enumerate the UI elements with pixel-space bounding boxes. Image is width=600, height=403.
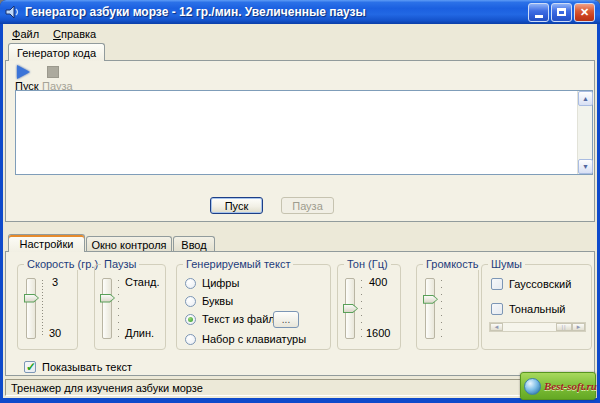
pauses-slider-thumb-face — [101, 295, 114, 302]
group-generated-text: Генерируемый текст Цифры Буквы Текст из … — [176, 264, 331, 350]
statusbar: Тренажер для изучения азбуки морзе — [3, 377, 597, 398]
group-tone: Тон (Гц) 400 1600 — [337, 264, 401, 350]
checkbox-show-text-label: Показывать текст — [42, 361, 132, 373]
vertical-scrollbar[interactable]: ▲ ▼ — [577, 91, 592, 174]
speed-slider-thumb[interactable] — [24, 294, 39, 303]
radio-keyboard-input-circle[interactable] — [185, 334, 196, 345]
arrow-right-icon: ► — [576, 324, 582, 330]
radio-text-from-file-circle[interactable] — [185, 314, 196, 325]
settings-tab-page: Скорость (гр.) 3 30 Паузы Станд. Длин. Г… — [5, 251, 595, 376]
scrollbar-thumb[interactable]: || — [556, 323, 572, 331]
group-speed: Скорость (гр.) 3 30 — [17, 264, 78, 350]
tone-slider-thumb[interactable] — [343, 304, 358, 313]
speed-slider-track[interactable] — [26, 278, 36, 339]
start-button[interactable]: Пуск — [210, 197, 263, 214]
radio-digits[interactable]: Цифры — [185, 277, 239, 289]
group-generated-text-title: Генерируемый текст — [183, 258, 293, 270]
menu-item-file[interactable]: Файл — [5, 26, 46, 42]
radio-keyboard-input-label: Набор с клавиатуры — [202, 333, 306, 345]
speed-max-label: 3 — [52, 276, 58, 288]
pauses-slider-thumb[interactable] — [100, 294, 115, 303]
volume-slider-thumb-face — [424, 296, 437, 303]
arrow-left-icon: ◄ — [494, 324, 500, 330]
radio-letters-circle[interactable] — [185, 296, 196, 307]
tonal-frequency-scrollbar[interactable]: ◄ || ► — [489, 322, 586, 332]
maximize-button[interactable] — [551, 3, 572, 22]
checkbox-gaussian-label: Гауссовский — [509, 278, 571, 290]
grip-icon: || — [561, 324, 566, 330]
minimize-button[interactable] — [528, 3, 549, 22]
watermark-text: Best-soft.ru — [544, 380, 597, 392]
radio-letters-label: Буквы — [202, 295, 233, 307]
group-tone-title: Тон (Гц) — [344, 258, 391, 270]
checkbox-gaussian[interactable]: Гауссовский — [491, 278, 571, 290]
window-title: Генератор азбуки морзе - 12 гр./мин. Уве… — [25, 5, 528, 19]
group-noise: Шумы Гауссовский Тональный ◄ || ► — [481, 264, 592, 350]
speed-slider-ticks — [42, 280, 43, 337]
checkbox-tonal-box[interactable] — [491, 303, 503, 315]
radio-text-from-file[interactable]: Текст из файла — [185, 313, 281, 325]
tab-control-window-label: Окно контроля — [91, 239, 166, 251]
volume-slider-track[interactable] — [425, 278, 435, 339]
group-volume-title: Громкость — [423, 258, 481, 270]
pauses-slider-ticks — [118, 280, 119, 337]
titlebar[interactable]: Генератор азбуки морзе - 12 гр./мин. Уве… — [0, 0, 600, 24]
volume-slider-ticks — [441, 280, 442, 337]
tab-settings[interactable]: Настройки — [8, 234, 85, 252]
arrow-up-icon: ▲ — [582, 95, 589, 102]
radio-text-from-file-label: Текст из файла — [202, 313, 281, 325]
tone-slider-thumb-face — [344, 305, 357, 312]
volume-slider-thumb[interactable] — [423, 295, 438, 304]
radio-letters[interactable]: Буквы — [185, 295, 233, 307]
minimize-icon — [535, 15, 543, 18]
tab-code-generator-label: Генератор кода — [17, 47, 96, 59]
globe-icon — [524, 378, 541, 395]
tab-input[interactable]: Ввод — [173, 236, 215, 252]
scrollbar-track[interactable] — [503, 323, 556, 331]
tab-code-generator[interactable]: Генератор кода — [8, 43, 105, 61]
checkbox-show-text[interactable]: Показывать текст — [24, 361, 132, 373]
status-panel: Тренажер для изучения азбуки морзе — [5, 379, 595, 396]
speed-min-label: 30 — [49, 327, 61, 339]
speed-slider-thumb-face — [25, 295, 38, 302]
browse-file-button[interactable]: ... — [273, 311, 299, 328]
radio-keyboard-input[interactable]: Набор с клавиатуры — [185, 333, 306, 345]
group-pauses: Паузы Станд. Длин. — [94, 264, 166, 350]
scroll-down-button[interactable]: ▼ — [578, 159, 593, 174]
output-textarea[interactable]: ▲ ▼ — [15, 90, 593, 175]
watermark-badge: Best-soft.ru — [520, 372, 596, 400]
pauses-long-label: Длин. — [125, 327, 154, 339]
arrow-down-icon: ▼ — [582, 163, 589, 170]
pause-tool-icon — [47, 66, 59, 78]
group-speed-title: Скорость (гр.) — [24, 258, 101, 270]
radio-digits-label: Цифры — [202, 277, 239, 289]
client-area: Файл Справка Генератор кода Пуск Пауза ▲… — [3, 24, 597, 398]
checkbox-tonal[interactable]: Тональный — [491, 303, 565, 315]
close-icon: ✕ — [580, 7, 589, 18]
checkbox-tonal-label: Тональный — [509, 303, 565, 315]
tab-control-window[interactable]: Окно контроля — [86, 236, 172, 252]
menu-item-help[interactable]: Справка — [46, 26, 103, 42]
scroll-left-button[interactable]: ◄ — [490, 323, 503, 331]
pauses-standard-label: Станд. — [125, 276, 160, 288]
status-text: Тренажер для изучения азбуки морзе — [11, 382, 203, 394]
checkbox-show-text-box[interactable] — [24, 361, 36, 373]
pauses-slider-track[interactable] — [102, 278, 112, 339]
generator-tab-page: Пуск Пауза ▲ ▼ Пуск Пауза — [5, 60, 595, 222]
close-button[interactable]: ✕ — [574, 3, 595, 22]
group-volume: Громкость — [416, 264, 479, 350]
start-tool-icon[interactable] — [17, 65, 30, 79]
tone-min-label: 400 — [369, 276, 387, 288]
scroll-right-button[interactable]: ► — [572, 323, 585, 331]
maximize-icon — [557, 8, 566, 16]
menubar: Файл Справка — [3, 24, 597, 43]
radio-digits-circle[interactable] — [185, 278, 196, 289]
checkbox-gaussian-box[interactable] — [491, 278, 503, 290]
tab-settings-label: Настройки — [20, 238, 74, 250]
pause-button: Пауза — [281, 197, 334, 214]
tone-max-label: 1600 — [366, 327, 390, 339]
scroll-up-button[interactable]: ▲ — [578, 91, 593, 106]
app-window: Генератор азбуки морзе - 12 гр./мин. Уве… — [0, 0, 600, 403]
group-pauses-title: Паузы — [101, 258, 139, 270]
speaker-icon — [5, 5, 21, 19]
